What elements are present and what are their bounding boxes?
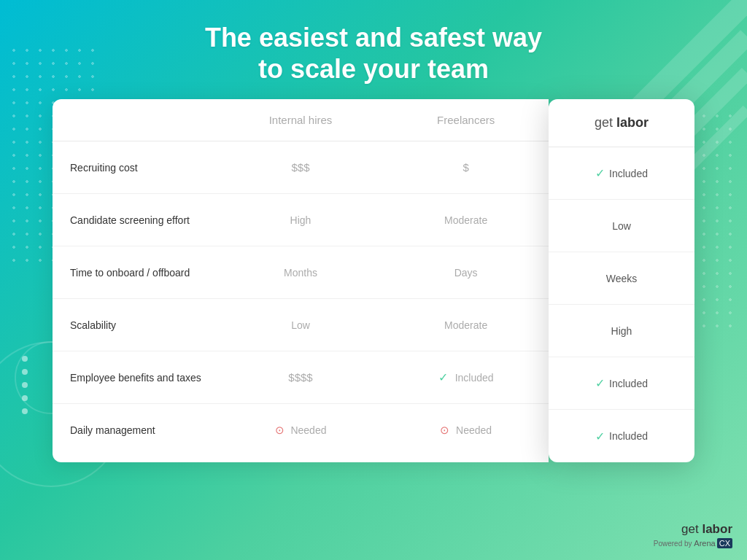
cell-internal: Low [218, 319, 384, 331]
table-row: Scalability Low Moderate [53, 299, 549, 351]
table-row: Daily management ⊙ Needed ⊙ Needed [53, 404, 549, 456]
check-icon: ✓ [595, 166, 605, 180]
dot [22, 382, 28, 388]
cell-freelancers: Moderate [383, 319, 549, 331]
getlabor-row: Low [549, 200, 694, 252]
feature-label: Time to onboard / offboard [53, 255, 218, 290]
getlabor-row: ✓ Included [549, 357, 694, 410]
warning-icon: ⊙ [440, 424, 449, 436]
dot [22, 408, 28, 414]
getlabor-cell-value: Included [609, 168, 648, 179]
powered-by-text: Powered by ArenaCX [654, 538, 732, 548]
freelancers-col-header: Freelancers [383, 114, 549, 126]
feature-label: Recruiting cost [53, 150, 218, 185]
left-dots [22, 356, 28, 414]
comparison-table: Internal hires Freelancers Recruiting co… [53, 99, 694, 462]
feature-label: Employee benefits and taxes [53, 360, 218, 395]
main-card: Internal hires Freelancers Recruiting co… [53, 99, 549, 462]
check-icon: ✓ [595, 429, 605, 443]
feature-col-header [53, 114, 218, 126]
cell-freelancers: ⊙ Needed [383, 424, 549, 437]
getlabor-cell-value: Included [609, 378, 648, 389]
getlabor-card: get labor ✓ Included Low Weeks High ✓ In… [549, 99, 694, 462]
getlabor-row: High [549, 305, 694, 357]
table-row: Employee benefits and taxes $$$$ ✓ Inclu… [53, 351, 549, 404]
bottom-brand-text: get labor [654, 522, 732, 537]
getlabor-cell-value: Included [609, 430, 648, 442]
getlabor-row: ✓ Included [549, 410, 694, 462]
getlabor-row: Weeks [549, 252, 694, 305]
getlabor-header: get labor [549, 99, 694, 147]
cell-freelancers: Moderate [383, 214, 549, 226]
page-title: The easiest and safest way to scale your… [205, 22, 542, 85]
cell-freelancers: ✓ Included [383, 370, 549, 384]
table-row: Recruiting cost $$$ $ [53, 141, 549, 194]
cell-internal: High [218, 214, 384, 226]
cell-internal: $$$ [218, 161, 384, 174]
check-icon: ✓ [438, 371, 448, 384]
getlabor-cell-value: Weeks [606, 273, 638, 284]
check-icon: ✓ [595, 376, 605, 390]
table-header-row: Internal hires Freelancers [53, 99, 549, 141]
cell-internal: Months [218, 267, 384, 279]
cell-internal: ⊙ Needed [218, 424, 384, 437]
table-row: Time to onboard / offboard Months Days [53, 246, 549, 299]
feature-label: Daily management [53, 413, 218, 448]
cell-freelancers: Days [383, 267, 549, 279]
feature-label: Scalability [53, 308, 218, 343]
cell-internal: $$$$ [218, 371, 384, 384]
dot [22, 356, 28, 362]
getlabor-brand: get labor [595, 115, 649, 131]
cell-freelancers: $ [383, 161, 549, 174]
dot [22, 395, 28, 401]
getlabor-cell-value: High [611, 325, 632, 337]
feature-label: Candidate screening effort [53, 203, 218, 238]
getlabor-row: ✓ Included [549, 147, 694, 200]
getlabor-cell-value: Low [612, 220, 631, 232]
table-row: Candidate screening effort High Moderate [53, 194, 549, 246]
arena-logo: ArenaCX [694, 538, 732, 548]
bottom-logo: get labor Powered by ArenaCX [654, 522, 732, 548]
internal-col-header: Internal hires [218, 114, 384, 126]
warning-icon: ⊙ [275, 424, 285, 436]
dot [22, 369, 28, 375]
